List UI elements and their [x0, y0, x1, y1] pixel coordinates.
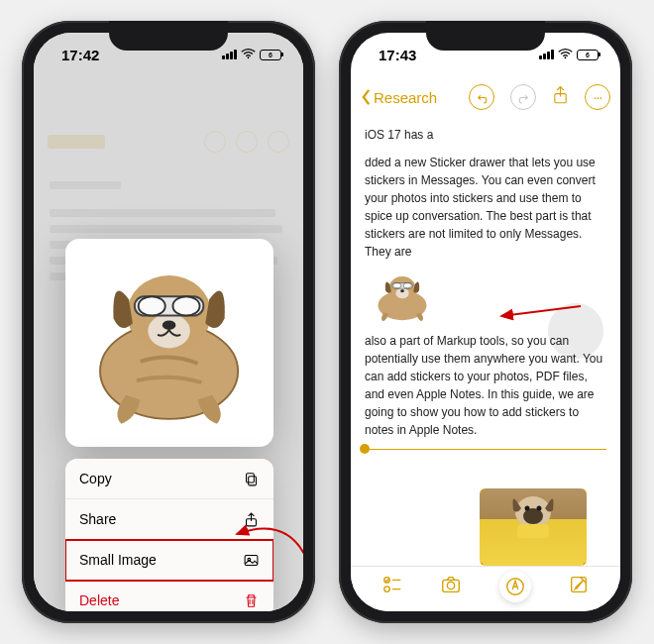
svg-point-21	[393, 283, 401, 288]
image-preview-popup[interactable]	[65, 239, 273, 447]
note-line: iOS 17 has a	[365, 126, 606, 144]
svg-point-19	[400, 289, 404, 292]
screen-right: 17:43 6 Research	[351, 33, 620, 611]
phone-left: 17:42 6	[22, 21, 315, 623]
cellular-icon	[222, 50, 237, 59]
menu-label: Share	[79, 511, 116, 527]
status-time: 17:42	[61, 47, 99, 63]
status-indicators: 6	[539, 48, 599, 62]
menu-item-share[interactable]: Share	[65, 499, 273, 540]
menu-label: Delete	[79, 592, 119, 608]
note-paragraph: dded a new Sticker drawer that lets you …	[365, 154, 606, 261]
wifi-icon	[558, 48, 573, 62]
cellular-icon	[539, 50, 554, 59]
share-icon	[242, 510, 260, 528]
markup-button[interactable]	[499, 571, 531, 602]
compose-button[interactable]	[568, 574, 590, 599]
inline-dog-sticker[interactable]	[365, 270, 440, 322]
more-button[interactable]: ···	[585, 84, 610, 110]
svg-point-22	[403, 283, 411, 288]
svg-point-8	[173, 297, 200, 316]
image-icon	[242, 551, 260, 569]
share-button[interactable]	[552, 85, 569, 109]
dog-sticker-image	[73, 247, 265, 438]
note-content[interactable]: iOS 17 has a dded a new Sticker drawer t…	[351, 118, 620, 566]
menu-label: Small Image	[79, 552, 157, 568]
svg-point-0	[248, 56, 250, 58]
menu-label: Copy	[79, 471, 112, 486]
svg-point-24	[523, 508, 543, 524]
svg-point-5	[163, 321, 176, 331]
copy-icon	[242, 470, 260, 487]
bulldog-photo	[503, 492, 563, 538]
status-time: 17:43	[379, 47, 416, 63]
back-button[interactable]: Research	[361, 88, 437, 106]
svg-point-25	[525, 506, 530, 511]
svg-rect-12	[245, 555, 258, 565]
svg-point-7	[139, 297, 165, 316]
phone-right: 17:43 6 Research	[339, 21, 632, 623]
text-cursor-line	[365, 449, 606, 450]
redo-button[interactable]	[510, 84, 536, 110]
svg-point-26	[537, 506, 542, 511]
svg-point-33	[448, 582, 455, 589]
back-label: Research	[374, 89, 437, 106]
screen-left: 17:42 6	[34, 33, 303, 611]
svg-point-30	[384, 586, 390, 591]
camera-button[interactable]	[440, 574, 462, 599]
checklist-button[interactable]	[382, 574, 403, 599]
wifi-icon	[241, 48, 256, 62]
svg-point-14	[565, 56, 567, 58]
battery-icon: 6	[577, 50, 599, 60]
svg-rect-27	[517, 524, 549, 538]
menu-item-delete[interactable]: Delete	[65, 581, 273, 611]
undo-button[interactable]	[469, 84, 494, 110]
menu-item-small-image[interactable]: Small Image	[65, 540, 273, 581]
trash-icon	[242, 591, 260, 609]
svg-rect-10	[246, 473, 254, 482]
context-menu: Copy Share Small Image Delete	[65, 459, 273, 611]
menu-item-copy[interactable]: Copy	[65, 459, 273, 499]
bottom-toolbar	[351, 566, 620, 611]
notch	[109, 21, 228, 51]
nav-bar: Research ···	[351, 76, 620, 118]
selected-image-attachment[interactable]	[480, 488, 587, 566]
cursor-handle[interactable]	[360, 444, 370, 454]
status-indicators: 6	[222, 48, 281, 62]
notch	[426, 21, 545, 51]
battery-icon: 6	[260, 50, 281, 60]
svg-rect-9	[248, 476, 256, 484]
